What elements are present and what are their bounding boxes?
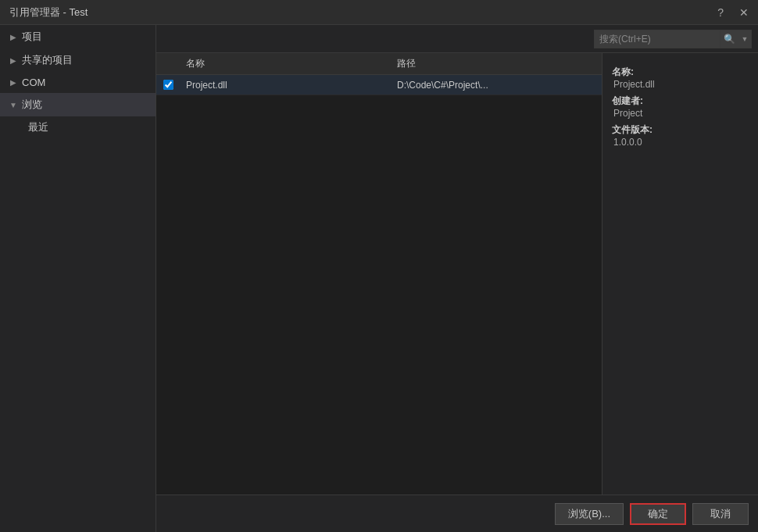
sidebar-item-projects-label: 项目 (22, 30, 42, 44)
table-row[interactable]: Project.dll D:\Code\C#\Project\... (156, 75, 602, 95)
detail-creator-label: 创建者: (612, 95, 749, 108)
sidebar-item-com[interactable]: COM (0, 72, 156, 93)
sidebar-sub-item-recent[interactable]: 最近 (0, 116, 156, 138)
shared-arrow-icon (8, 55, 19, 66)
ok-button[interactable]: 确定 (630, 503, 686, 525)
column-header-path: 路径 (391, 57, 602, 70)
detail-version-label: 文件版本: (612, 123, 749, 137)
detail-creator-value: Project (613, 108, 749, 119)
chevron-down-icon: ▼ (742, 35, 749, 43)
sidebar-item-browse[interactable]: 浏览 (0, 93, 156, 116)
sidebar-item-com-label: COM (22, 77, 45, 88)
search-dropdown-button[interactable]: ▼ (738, 30, 751, 48)
window-title: 引用管理器 - Test (9, 5, 88, 20)
cancel-button[interactable]: 取消 (692, 503, 749, 525)
detail-name-value: Project.dll (613, 79, 749, 90)
detail-version-value: 1.0.0.0 (613, 137, 749, 148)
top-bar: 🔍 ▼ (156, 25, 758, 53)
browse-arrow-icon (8, 99, 19, 110)
main-layout: 项目 共享的项目 COM 浏览 最近 🔍 ▼ (0, 25, 758, 532)
middle-section: 名称 路径 Project.dll D:\Code\C#\Project\...… (156, 53, 758, 495)
content-area: 🔍 ▼ 名称 路径 (156, 25, 758, 532)
help-button[interactable]: ? (714, 5, 727, 20)
search-icon: 🔍 (724, 34, 735, 45)
table-area: 名称 路径 Project.dll D:\Code\C#\Project\... (156, 53, 602, 495)
sidebar-item-shared[interactable]: 共享的项目 (0, 48, 156, 72)
close-button[interactable]: ✕ (736, 5, 752, 20)
sidebar-item-shared-label: 共享的项目 (22, 53, 73, 67)
sidebar-sub-item-recent-label: 最近 (28, 121, 48, 133)
com-arrow-icon (8, 77, 19, 88)
row-checkbox[interactable] (163, 80, 173, 90)
title-bar: 引用管理器 - Test ? ✕ (0, 0, 758, 25)
row-cell-path: D:\Code\C#\Project\... (391, 80, 602, 91)
column-header-name: 名称 (180, 57, 391, 70)
sidebar: 项目 共享的项目 COM 浏览 最近 (0, 25, 156, 532)
table-header: 名称 路径 (156, 53, 602, 75)
row-checkbox-col[interactable] (156, 80, 180, 90)
row-cell-name: Project.dll (180, 80, 391, 91)
browse-button[interactable]: 浏览(B)... (555, 503, 624, 525)
detail-name-label: 名称: (612, 66, 749, 79)
table-body: Project.dll D:\Code\C#\Project\... (156, 75, 602, 495)
search-box: 🔍 ▼ (594, 30, 752, 48)
title-bar-controls: ? ✕ (714, 5, 752, 20)
projects-arrow-icon (8, 31, 19, 42)
sidebar-item-projects[interactable]: 项目 (0, 25, 156, 48)
bottom-bar: 浏览(B)... 确定 取消 (156, 495, 758, 532)
search-input[interactable] (595, 34, 720, 45)
search-button[interactable]: 🔍 (720, 30, 738, 48)
details-panel: 名称: Project.dll 创建者: Project 文件版本: 1.0.0… (602, 53, 758, 495)
sidebar-item-browse-label: 浏览 (22, 98, 42, 112)
